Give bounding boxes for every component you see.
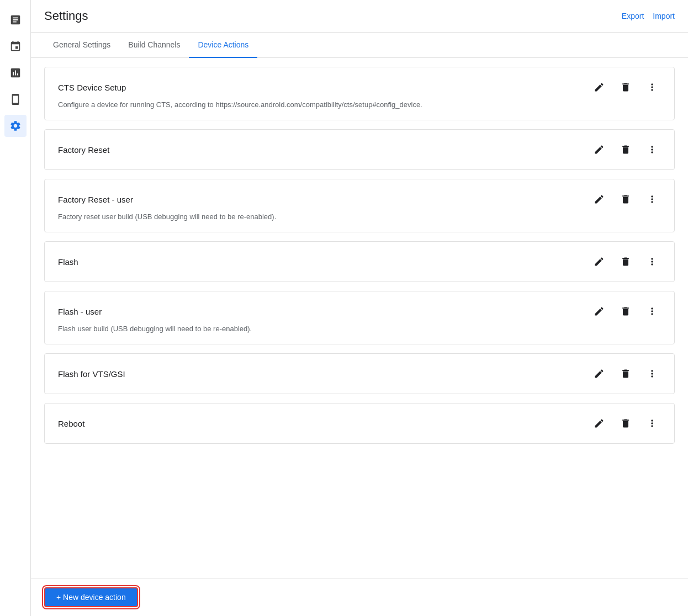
trash-icon xyxy=(620,256,631,267)
reports-icon xyxy=(9,14,22,26)
more-action-button[interactable] xyxy=(643,78,661,96)
edit-action-button[interactable] xyxy=(590,365,608,383)
delete-action-button[interactable] xyxy=(617,78,634,96)
new-device-action-button[interactable]: + New device action xyxy=(44,587,138,607)
more-action-button[interactable] xyxy=(643,365,661,383)
action-card: Factory Reset - userFactory reset user b… xyxy=(44,179,675,232)
more-action-button[interactable] xyxy=(643,141,661,158)
edit-action-button[interactable] xyxy=(590,302,608,320)
delete-action-button[interactable] xyxy=(617,415,634,432)
sidebar-item-calendar[interactable] xyxy=(4,35,27,57)
action-card-header: Factory Reset - user xyxy=(58,190,661,208)
edit-icon xyxy=(594,256,605,267)
tab-general-settings[interactable]: General Settings xyxy=(44,33,119,58)
sidebar-item-settings[interactable] xyxy=(4,115,27,137)
calendar-icon xyxy=(9,40,22,52)
more-icon xyxy=(647,256,658,267)
action-card-title: Reboot xyxy=(58,419,84,428)
action-card-title: Factory Reset xyxy=(58,145,109,155)
trash-icon xyxy=(620,194,631,205)
edit-icon xyxy=(594,368,605,379)
action-card-header: Reboot xyxy=(58,415,661,432)
delete-action-button[interactable] xyxy=(617,365,634,383)
action-card: Factory Reset xyxy=(44,129,675,170)
action-card-buttons xyxy=(590,415,661,432)
action-card-title: Flash - user xyxy=(58,307,102,316)
edit-icon xyxy=(594,82,605,93)
action-card-header: Flash xyxy=(58,253,661,270)
tab-device-actions[interactable]: Device Actions xyxy=(189,33,257,58)
action-card: Flash for VTS/GSI xyxy=(44,353,675,394)
action-card: Flash xyxy=(44,241,675,282)
edit-action-button[interactable] xyxy=(590,190,608,208)
action-card: Flash - userFlash user build (USB debugg… xyxy=(44,291,675,344)
action-card-title: Flash xyxy=(58,257,78,267)
action-card-buttons xyxy=(590,253,661,270)
delete-action-button[interactable] xyxy=(617,141,634,158)
action-card-buttons xyxy=(590,78,661,96)
trash-icon xyxy=(620,368,631,379)
trash-icon xyxy=(620,144,631,155)
trash-icon xyxy=(620,306,631,317)
action-card-buttons xyxy=(590,365,661,383)
page-title: Settings xyxy=(44,9,88,23)
tab-build-channels[interactable]: Build Channels xyxy=(119,33,189,58)
action-card-header: Factory Reset xyxy=(58,141,661,158)
analytics-icon xyxy=(9,67,22,79)
trash-icon xyxy=(620,82,631,93)
page-header: Settings Export Import xyxy=(31,0,688,33)
edit-action-button[interactable] xyxy=(590,253,608,270)
action-card-description: Configure a device for running CTS, acco… xyxy=(58,100,661,109)
action-card: CTS Device SetupConfigure a device for r… xyxy=(44,67,675,120)
sidebar-item-reports[interactable] xyxy=(4,9,27,31)
header-actions: Export Import xyxy=(622,12,675,20)
edit-action-button[interactable] xyxy=(590,415,608,432)
action-card-header: Flash for VTS/GSI xyxy=(58,365,661,383)
action-card-header: Flash - user xyxy=(58,302,661,320)
more-icon xyxy=(647,194,658,205)
edit-icon xyxy=(594,306,605,317)
more-action-button[interactable] xyxy=(643,190,661,208)
action-card-buttons xyxy=(590,302,661,320)
import-link[interactable]: Import xyxy=(653,12,675,20)
settings-icon xyxy=(9,120,22,132)
delete-action-button[interactable] xyxy=(617,253,634,270)
action-card-buttons xyxy=(590,141,661,158)
action-card-description: Flash user build (USB debugging will nee… xyxy=(58,325,661,333)
edit-icon xyxy=(594,144,605,155)
devices-icon xyxy=(9,93,22,105)
action-card-description: Factory reset user build (USB debugging … xyxy=(58,213,661,221)
more-icon xyxy=(647,418,658,429)
action-card-header: CTS Device Setup xyxy=(58,78,661,96)
more-icon xyxy=(647,144,658,155)
edit-action-button[interactable] xyxy=(590,78,608,96)
more-action-button[interactable] xyxy=(643,253,661,270)
edit-icon xyxy=(594,418,605,429)
bottom-bar: + New device action xyxy=(31,578,688,616)
more-icon xyxy=(647,82,658,93)
delete-action-button[interactable] xyxy=(617,302,634,320)
sidebar xyxy=(0,0,31,616)
export-link[interactable]: Export xyxy=(622,12,644,20)
action-card-title: CTS Device Setup xyxy=(58,83,126,92)
delete-action-button[interactable] xyxy=(617,190,634,208)
more-action-button[interactable] xyxy=(643,302,661,320)
more-action-button[interactable] xyxy=(643,415,661,432)
edit-action-button[interactable] xyxy=(590,141,608,158)
sidebar-item-analytics[interactable] xyxy=(4,62,27,84)
sidebar-item-devices[interactable] xyxy=(4,88,27,110)
edit-icon xyxy=(594,194,605,205)
more-icon xyxy=(647,368,658,379)
action-card: Reboot xyxy=(44,403,675,444)
trash-icon xyxy=(620,418,631,429)
tabs: General Settings Build Channels Device A… xyxy=(31,33,688,58)
more-icon xyxy=(647,306,658,317)
device-actions-list: CTS Device SetupConfigure a device for r… xyxy=(31,58,688,578)
action-card-buttons xyxy=(590,190,661,208)
action-card-title: Factory Reset - user xyxy=(58,195,133,204)
action-card-title: Flash for VTS/GSI xyxy=(58,369,125,379)
main-content: Settings Export Import General Settings … xyxy=(31,0,688,616)
